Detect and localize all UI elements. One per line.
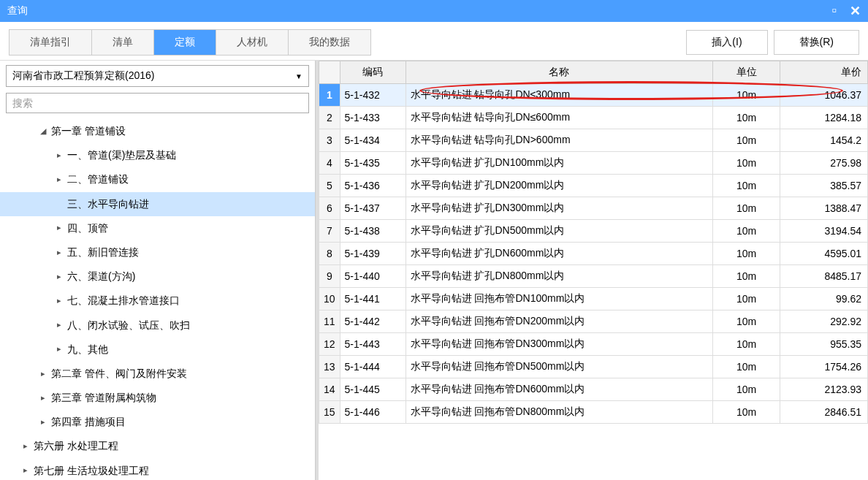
tree-item-label: 四、顶管 <box>64 219 108 237</box>
cell-code: 5-1-437 <box>340 197 406 220</box>
col-price[interactable]: 单价 <box>780 61 868 84</box>
minimize-icon[interactable]: ▫ <box>832 3 837 19</box>
table-row[interactable]: 125-1-443水平导向钻进 回拖布管DN300mm以内10m955.35 <box>319 333 868 356</box>
tree-item[interactable]: ▸第六册 水处理工程 <box>0 434 315 458</box>
table-row[interactable]: 65-1-437水平导向钻进 扩孔DN300mm以内10m1388.47 <box>319 197 868 220</box>
cell-unit: 10m <box>713 265 780 288</box>
tree-item[interactable]: ▸第四章 措施项目 <box>0 410 315 434</box>
row-number: 14 <box>319 378 340 401</box>
tree-toggle-icon[interactable]: ▸ <box>54 270 64 284</box>
cell-price: 2123.93 <box>780 378 868 401</box>
tree-toggle-icon[interactable]: ▸ <box>20 463 31 478</box>
tree-toggle-icon[interactable]: ▸ <box>54 172 64 187</box>
cell-code: 5-1-436 <box>340 175 406 197</box>
tree-item[interactable]: ◢第一章 管道铺设 <box>0 119 315 143</box>
cell-code: 5-1-441 <box>340 288 406 311</box>
tree-item[interactable]: ▸四、顶管 <box>0 216 315 240</box>
tree-toggle-icon[interactable]: ▸ <box>20 439 31 454</box>
tab-mydata[interactable]: 我的数据 <box>289 30 370 55</box>
cell-name: 水平导向钻进 扩孔DN300mm以内 <box>406 197 712 220</box>
table-row[interactable]: 135-1-444水平导向钻进 回拖布管DN500mm以内10m1754.26 <box>319 356 868 378</box>
search-input[interactable] <box>12 97 302 109</box>
col-name[interactable]: 名称 <box>406 61 712 84</box>
cell-code: 5-1-432 <box>340 84 406 107</box>
tree-item-label: 九、其他 <box>64 340 108 359</box>
tree-toggle-icon[interactable]: ▸ <box>54 148 64 163</box>
cell-unit: 10m <box>713 175 780 197</box>
tree-item[interactable]: ▸一、管道(渠)垫层及基础 <box>0 143 315 167</box>
tree-item[interactable]: ▸第七册 生活垃圾处理工程 <box>0 459 315 480</box>
cell-price: 1754.26 <box>780 356 868 378</box>
replace-button[interactable]: 替换(R) <box>774 30 859 55</box>
table-row[interactable]: 105-1-441水平导向钻进 回拖布管DN100mm以内10m99.62 <box>319 288 868 311</box>
row-number: 4 <box>319 152 340 175</box>
tree-view: ◢第一章 管道铺设▸一、管道(渠)垫层及基础▸二、管道铺设三、水平导向钻进▸四、… <box>0 116 315 480</box>
tab-quota[interactable]: 定额 <box>154 30 216 55</box>
cell-price: 1046.37 <box>780 84 868 107</box>
cell-unit: 10m <box>713 356 780 378</box>
tree-toggle-icon[interactable]: ▸ <box>54 342 64 357</box>
tab-material[interactable]: 人材机 <box>216 30 289 55</box>
tab-list-guide[interactable]: 清单指引 <box>9 30 92 55</box>
tree-toggle-icon[interactable]: ▸ <box>54 294 64 308</box>
tree-toggle-icon[interactable]: ▸ <box>54 318 64 332</box>
tree-item[interactable]: ▸八、闭水试验、试压、吹扫 <box>0 313 315 338</box>
title-bar: 查询 ▫ ✕ <box>0 0 868 22</box>
tab-list[interactable]: 清单 <box>92 30 154 55</box>
table-row[interactable]: 25-1-433水平导向钻进 钻导向孔DN≤600mm10m1284.18 <box>319 107 868 129</box>
tree-item[interactable]: 三、水平导向钻进 <box>0 192 315 216</box>
table-row[interactable]: 145-1-445水平导向钻进 回拖布管DN600mm以内10m2123.93 <box>319 378 868 401</box>
table-row[interactable]: 85-1-439水平导向钻进 扩孔DN600mm以内10m4595.01 <box>319 243 868 265</box>
cell-unit: 10m <box>713 220 780 243</box>
main-area: 河南省市政工程预算定额(2016) ▼ ◢第一章 管道铺设▸一、管道(渠)垫层及… <box>0 61 868 480</box>
cell-name: 水平导向钻进 回拖布管DN200mm以内 <box>406 311 712 333</box>
tree-item[interactable]: ▸五、新旧管连接 <box>0 240 315 264</box>
table-row[interactable]: 155-1-446水平导向钻进 回拖布管DN800mm以内10m2846.51 <box>319 401 868 424</box>
tree-item-label: 第六册 水处理工程 <box>31 437 118 455</box>
table-row[interactable]: 55-1-436水平导向钻进 扩孔DN200mm以内10m385.57 <box>319 175 868 197</box>
tree-toggle-icon[interactable]: ▸ <box>38 391 48 405</box>
cell-code: 5-1-443 <box>340 333 406 356</box>
tree-item[interactable]: ▸二、管道铺设 <box>0 167 315 191</box>
chevron-down-icon: ▼ <box>295 72 302 80</box>
cell-price: 275.98 <box>780 152 868 175</box>
category-dropdown[interactable]: 河南省市政工程预算定额(2016) ▼ <box>6 65 309 87</box>
tree-toggle-icon[interactable]: ▸ <box>54 245 64 260</box>
cell-price: 99.62 <box>780 288 868 311</box>
tree-item[interactable]: ▸七、混凝土排水管道接口 <box>0 289 315 313</box>
tree-item-label: 三、水平导向钻进 <box>64 195 149 213</box>
tree-item[interactable]: ▸第三章 管道附属构筑物 <box>0 386 315 410</box>
search-box[interactable] <box>6 93 309 113</box>
table-row[interactable]: 45-1-435水平导向钻进 扩孔DN100mm以内10m275.98 <box>319 152 868 175</box>
cell-unit: 10m <box>713 378 780 401</box>
tree-item[interactable]: ▸九、其他 <box>0 338 315 362</box>
cell-unit: 10m <box>713 107 780 129</box>
table-row[interactable]: 15-1-432水平导向钻进 钻导向孔DN≤300mm10m1046.37 <box>319 84 868 107</box>
col-code[interactable]: 编码 <box>340 61 406 84</box>
cell-name: 水平导向钻进 扩孔DN500mm以内 <box>406 220 712 243</box>
table-row[interactable]: 115-1-442水平导向钻进 回拖布管DN200mm以内10m292.92 <box>319 311 868 333</box>
tree-toggle-icon[interactable]: ◢ <box>38 124 48 139</box>
table-row[interactable]: 95-1-440水平导向钻进 扩孔DN800mm以内10m8485.17 <box>319 265 868 288</box>
table-row[interactable]: 35-1-434水平导向钻进 钻导向孔DN>600mm10m1454.2 <box>319 129 868 152</box>
col-unit[interactable]: 单位 <box>713 61 780 84</box>
cell-code: 5-1-446 <box>340 401 406 424</box>
tree-toggle-icon[interactable]: ▸ <box>54 221 64 235</box>
row-number: 12 <box>319 333 340 356</box>
row-number: 3 <box>319 129 340 152</box>
cell-unit: 10m <box>713 84 780 107</box>
tab-bar: 清单指引 清单 定额 人材机 我的数据 <box>9 29 371 56</box>
tree-toggle-icon[interactable]: ▸ <box>38 367 48 381</box>
cell-name: 水平导向钻进 钻导向孔DN>600mm <box>406 129 712 152</box>
tree-item-label: 第二章 管件、阀门及附件安装 <box>48 365 187 383</box>
table-row[interactable]: 75-1-438水平导向钻进 扩孔DN500mm以内10m3194.54 <box>319 220 868 243</box>
row-number: 9 <box>319 265 340 288</box>
tree-item-label: 八、闭水试验、试压、吹扫 <box>64 316 190 335</box>
tree-item[interactable]: ▸第二章 管件、阀门及附件安装 <box>0 362 315 386</box>
cell-unit: 10m <box>713 243 780 265</box>
insert-button[interactable]: 插入(I) <box>686 30 767 55</box>
tree-toggle-icon[interactable]: ▸ <box>38 415 48 430</box>
tree-item[interactable]: ▸六、渠道(方沟) <box>0 264 315 289</box>
close-icon[interactable]: ✕ <box>850 3 861 19</box>
row-number: 11 <box>319 311 340 333</box>
